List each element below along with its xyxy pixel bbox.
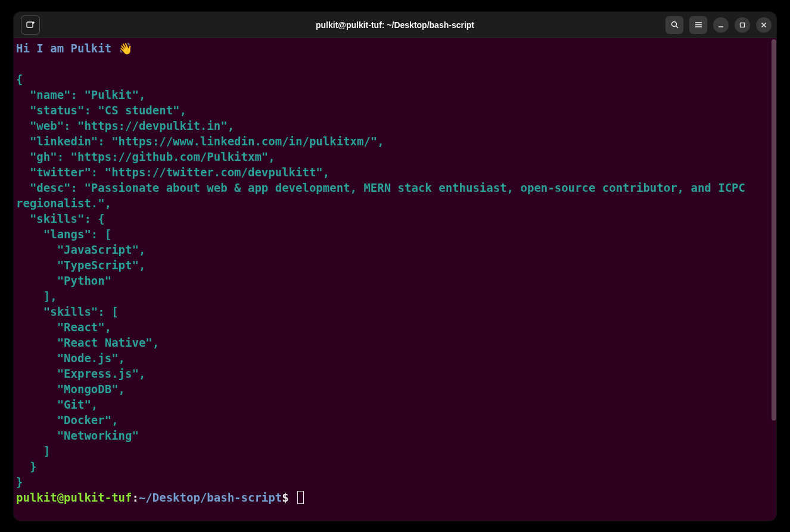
json-line: "Docker", <box>16 412 774 428</box>
json-line: "langs": [ <box>16 226 774 242</box>
greeting-text: Hi I am Pulkit <box>16 42 119 55</box>
new-tab-icon <box>26 20 35 30</box>
search-button[interactable] <box>665 16 683 34</box>
json-line: "MongoDB", <box>16 381 774 397</box>
window-title: pulkit@pulkit-tuf: ~/Desktop/bash-script <box>316 20 474 30</box>
prompt-path: ~/Desktop/bash-script <box>139 491 282 504</box>
json-line: "Node.js", <box>16 350 774 366</box>
maximize-button[interactable] <box>735 17 750 33</box>
json-line: "skills": [ <box>16 304 774 319</box>
minimize-button[interactable] <box>713 17 729 33</box>
prompt-dollar: $ <box>282 491 296 504</box>
blank-line <box>16 56 774 71</box>
json-line: "Python" <box>16 273 774 288</box>
json-line: ], <box>16 288 774 304</box>
json-line: "Express.js", <box>16 366 774 381</box>
json-line: "skills": { <box>16 211 774 226</box>
json-line: "Networking" <box>16 428 774 443</box>
menu-button[interactable] <box>689 16 707 34</box>
json-line: "web": "https://devpulkit.in", <box>16 118 774 133</box>
svg-rect-9 <box>741 23 745 27</box>
json-line: "React Native", <box>16 335 774 350</box>
wave-emoji: 👋 <box>119 42 133 55</box>
close-button[interactable] <box>756 17 772 33</box>
greeting-line: Hi I am Pulkit 👋 <box>16 41 774 56</box>
svg-line-4 <box>676 26 677 28</box>
minimize-icon <box>717 21 724 29</box>
svg-rect-0 <box>27 22 33 27</box>
hamburger-icon <box>694 20 703 29</box>
terminal-window: pulkit@pulkit-tuf: ~/Desktop/bash-script <box>14 12 776 521</box>
json-line: "desc": "Passionate about web & app deve… <box>16 180 774 211</box>
close-icon <box>760 21 767 29</box>
json-line: "status": "CS student", <box>16 102 774 118</box>
json-line: } <box>16 474 774 490</box>
scrollbar[interactable] <box>772 39 776 421</box>
json-line: "name": "Pulkit", <box>16 87 774 102</box>
new-tab-button[interactable] <box>21 15 40 35</box>
maximize-icon <box>739 21 746 29</box>
json-line: } <box>16 459 774 474</box>
prompt-colon: : <box>132 491 138 504</box>
json-line: "linkedin": "https://www.linkedin.com/in… <box>16 133 774 149</box>
json-line: "Git", <box>16 397 774 412</box>
prompt-user: pulkit@pulkit-tuf <box>16 491 132 504</box>
search-icon <box>670 20 679 29</box>
json-line: ] <box>16 443 774 459</box>
json-line: "gh": "https://github.com/Pulkitxm", <box>16 149 774 164</box>
prompt-line: pulkit@pulkit-tuf:~/Desktop/bash-script$ <box>16 490 774 506</box>
json-line: "React", <box>16 319 774 335</box>
terminal-body[interactable]: Hi I am Pulkit 👋 { "name": "Pulkit", "st… <box>14 38 776 521</box>
json-line: "TypeScript", <box>16 257 774 273</box>
json-line: { <box>16 71 774 87</box>
json-line: "twitter": "https://twitter.com/devpulki… <box>16 164 774 180</box>
svg-point-3 <box>671 22 676 27</box>
cursor <box>297 491 304 504</box>
titlebar: pulkit@pulkit-tuf: ~/Desktop/bash-script <box>14 12 776 38</box>
json-line: "JavaScript", <box>16 242 774 257</box>
